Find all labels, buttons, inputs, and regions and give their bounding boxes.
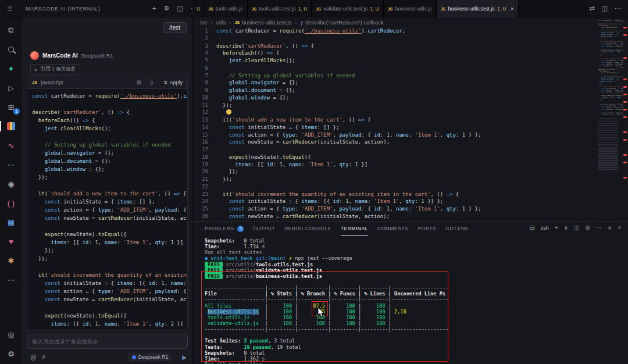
editor-tab-tools-utils.js[interactable]: JStools-utils.js	[204, 0, 248, 17]
activity-ai-assistant-icon[interactable]: ✦	[5, 63, 17, 74]
editor-tab-partial[interactable]: U	[193, 0, 204, 17]
more-actions-icon[interactable]: ⋯	[615, 5, 621, 12]
chat-code-line	[32, 304, 183, 312]
activity-heart-icon[interactable]: ♥	[5, 235, 17, 247]
js-file-icon: JS	[388, 7, 393, 11]
model-selector[interactable]: Deepseek R1	[129, 353, 172, 361]
activity-metrics-icon[interactable]: ∿	[5, 140, 17, 151]
panel-tab-output[interactable]: OUTPUT	[253, 222, 275, 235]
activity-search-icon[interactable]	[5, 44, 17, 55]
activity-files-icon[interactable]: ⧉	[5, 24, 17, 36]
send-icon[interactable]: ▶	[182, 354, 187, 361]
gear-icon[interactable]: ⚙	[163, 5, 169, 12]
chat-code-line: const newState = cartReducer(initialStat…	[32, 214, 183, 222]
activity-run-debug-icon[interactable]: ▷	[5, 82, 17, 94]
copy-icon[interactable]: ⧉	[137, 79, 141, 86]
breadcrumb-item[interactable]: ƒdescribe('cartReducer') callback	[300, 19, 384, 26]
editor-tab-business-utils.test.js[interactable]: JSbusiness-utils.test.js1, U×	[437, 0, 519, 17]
panel-tab-ports[interactable]: PORTS	[418, 222, 436, 235]
panel-tab-comments[interactable]: COMMENTS	[377, 222, 409, 235]
apply-icon: ↯	[163, 80, 168, 85]
badge: 1	[13, 108, 20, 115]
chat-code-line	[32, 133, 183, 141]
activity-run-circle-icon[interactable]: ◉	[5, 178, 17, 190]
lightbulb-icon[interactable]	[226, 109, 231, 115]
new-terminal-icon[interactable]: +	[555, 224, 558, 231]
git-compare-icon[interactable]: ⇄	[589, 5, 594, 12]
line-number: 13	[193, 116, 216, 124]
code-editor[interactable]: 1const cartReducer = require('./business…	[193, 27, 598, 221]
insert-icon[interactable]: ⇩	[149, 79, 154, 85]
breadcrumb-item[interactable]: src	[200, 19, 208, 26]
close-panel-icon[interactable]: ×	[618, 224, 621, 231]
sidebar-panel-title: MARSCODE AI (INTERNAL)	[26, 6, 101, 12]
maximize-panel-icon[interactable]: ∧	[608, 224, 612, 231]
chat-code-line: global.document = {};	[32, 157, 183, 165]
terminal[interactable]: Snapshots: 0 totalTime: 1.734 sRan all t…	[205, 238, 625, 364]
js-file-icon: JS	[32, 80, 37, 85]
panel-tab-gitlens[interactable]: GITLENS	[445, 222, 469, 235]
apply-button[interactable]: ↯Apply	[163, 80, 183, 85]
split-editor-icon[interactable]: ◫	[602, 5, 608, 12]
terminal-line: PASS src/utils/validate-utils.test.js	[205, 267, 625, 273]
terminal-shell-icon[interactable]: ▤	[529, 224, 534, 231]
editor-tab-tools.utils.test.js[interactable]: JStools.utils.test.js1, U	[248, 0, 312, 17]
new-chat-icon[interactable]: +	[152, 5, 156, 12]
line-number: 22	[193, 183, 216, 191]
split-terminal-icon[interactable]: ◫	[574, 224, 579, 231]
breadcrumb-item[interactable]: utils	[216, 19, 226, 26]
menu-icon[interactable]: ☰	[7, 5, 13, 12]
kill-terminal-icon[interactable]: ⊘	[585, 224, 590, 231]
activity-extensions-icon[interactable]: ⊞1	[5, 101, 17, 113]
chat-code-line	[32, 181, 183, 190]
chat-code-line: });	[32, 173, 183, 181]
symbol-method-icon: ƒ	[300, 20, 303, 26]
tab-git-status: 1, U	[370, 6, 379, 12]
code-line: 23 it('should increment the quantity of …	[193, 191, 598, 198]
activity-blocks-icon[interactable]: ▦	[5, 216, 17, 228]
code-line: 17	[193, 146, 598, 154]
activity-waves-icon[interactable]: ⋯	[5, 159, 17, 170]
activity-settings-icon[interactable]: ⚙	[5, 348, 17, 359]
breadcrumb-separator: ›	[230, 20, 231, 26]
editor-tab-validate-utils.test.js[interactable]: JSvalidate-utils.test.js1, U	[312, 0, 383, 17]
reference-toggle[interactable]: ▶ 引用 1 相关信息	[30, 64, 80, 74]
tab-label: business-utils.test.js	[448, 6, 495, 12]
chat-input[interactable]	[32, 338, 183, 345]
mention-icon[interactable]: @	[30, 354, 36, 361]
terminal-line: Test Suites: 3 passed, 3 total	[205, 338, 625, 344]
open-in-editor-icon[interactable]: ◫	[177, 5, 183, 12]
context-icon[interactable]: #	[42, 354, 45, 361]
apply-label: Apply	[169, 80, 183, 85]
more-actions-icon[interactable]: ⋯	[596, 224, 602, 231]
activity-paw-icon[interactable]: ✱	[5, 255, 17, 266]
activity-marscode-icon[interactable]	[5, 120, 17, 132]
panel-tab-problems[interactable]: PROBLEMS3	[205, 222, 244, 235]
editor-tab-business-utils.js[interactable]: JSbusiness-utils.js	[384, 0, 437, 17]
minimap[interactable]: const cartReducer = require('./business-…	[598, 20, 623, 194]
tab-label: tools.utils.test.js	[259, 6, 296, 12]
activity-more-icon[interactable]: ⋯	[5, 274, 17, 286]
assistant-name: MarsCode AI	[42, 52, 78, 59]
code-line: 7 // Setting up global variables if need…	[193, 72, 598, 80]
user-message-bubble: /test	[163, 22, 187, 33]
overview-ruler-mark	[623, 177, 627, 179]
activity-account-icon[interactable]: ◎	[5, 329, 17, 340]
assistant-model-label: Deepseek R1	[81, 53, 113, 59]
chat-code-line: items: [{ id: 1, name: 'Item 1', qty: 1 …	[32, 238, 183, 247]
terminal-shell-name[interactable]: zsh	[541, 225, 549, 231]
terminal-line: Snapshots: 0 total	[205, 350, 625, 356]
terminal-dropdown-icon[interactable]: ∨	[564, 224, 568, 231]
panel-tab-debug-console[interactable]: DEBUG CONSOLE	[284, 222, 331, 235]
panel-tab-terminal[interactable]: TERMINAL	[341, 222, 368, 235]
line-number: 8	[193, 79, 216, 87]
breadcrumb-item[interactable]: JSbusiness-utils.test.js	[235, 19, 292, 26]
tab-close-icon[interactable]: ×	[510, 5, 513, 12]
chat-code-line: it('should increment the quantity of an …	[32, 271, 183, 279]
activity-brackets-icon[interactable]: ( )	[5, 197, 17, 209]
line-number: 2	[193, 35, 216, 42]
chat-code-line: expect(newState).toEqual({	[32, 312, 183, 320]
chat-code-lines: const cartReducer = require('./business-…	[27, 89, 187, 330]
chat-code-line	[32, 100, 183, 108]
bottom-panel: PROBLEMS3OUTPUTDEBUG CONSOLETERMINALCOMM…	[193, 221, 628, 364]
